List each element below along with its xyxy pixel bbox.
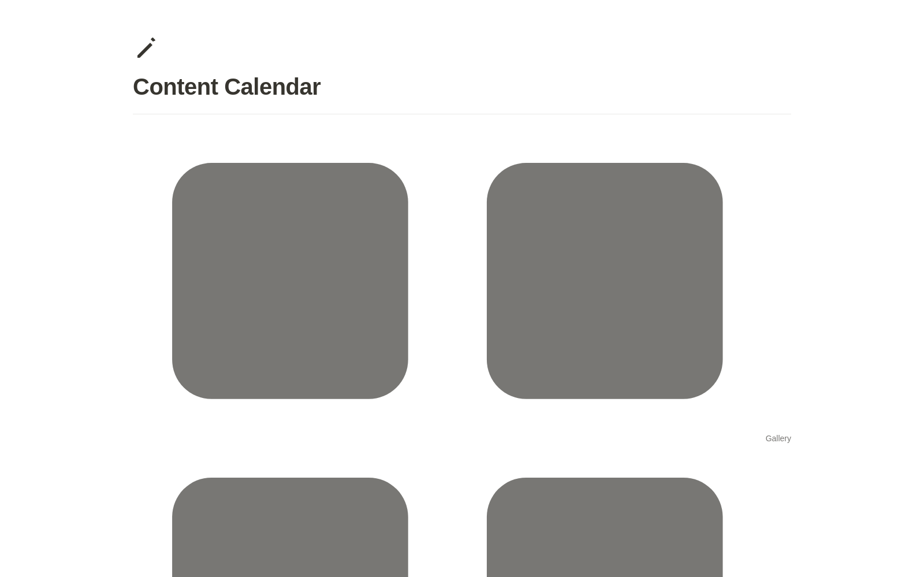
gallery-label: Gallery (766, 434, 791, 443)
svg-rect-3 (487, 478, 723, 577)
svg-rect-1 (487, 163, 723, 399)
gallery-icon (133, 124, 762, 577)
svg-rect-0 (172, 163, 408, 399)
page-icon (133, 35, 791, 65)
gallery-header: Gallery (133, 124, 791, 577)
edit-icon (133, 35, 161, 62)
section-divider-1 (133, 114, 791, 114)
svg-rect-2 (172, 478, 408, 577)
page-container: Content Calendar Gallery Instagram (87, 0, 837, 577)
page-title: Content Calendar (133, 74, 791, 100)
